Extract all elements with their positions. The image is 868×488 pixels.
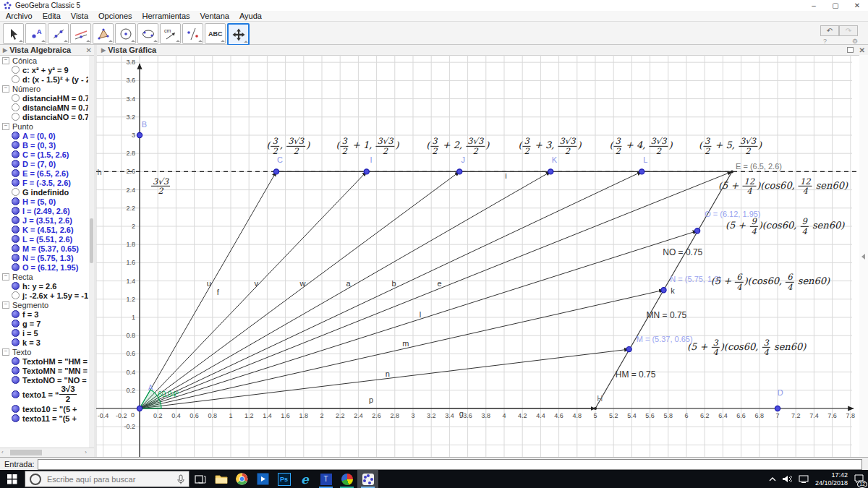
algebra-category[interactable]: −Cónica [0, 56, 88, 65]
visibility-marble[interactable] [12, 282, 20, 290]
panel-collapse-icon[interactable]: ▶ [101, 47, 106, 53]
algebra-object-row[interactable]: L = (5.51, 2.6) [0, 234, 88, 244]
taskbar-search-box[interactable] [25, 471, 190, 487]
algebra-category[interactable]: −Texto [0, 347, 88, 356]
algebra-vertical-scrollbar[interactable] [89, 56, 94, 448]
close-button[interactable]: ✕ [846, 0, 868, 11]
visibility-marble[interactable] [12, 376, 20, 384]
visibility-marble[interactable] [12, 197, 20, 205]
undo-button[interactable]: ↶ [820, 25, 839, 36]
clock[interactable]: 17:42 24/10/2018 [815, 471, 848, 487]
visibility-marble[interactable] [12, 226, 20, 234]
visibility-marble[interactable] [12, 320, 20, 328]
scroll-left-icon[interactable]: ‹ [1, 449, 4, 455]
algebra-object-row[interactable]: D = (7, 0) [0, 159, 88, 168]
graph-point-B[interactable] [137, 132, 142, 137]
start-button[interactable] [0, 470, 25, 488]
menu-item-herramientas[interactable]: Herramientas [142, 12, 190, 20]
collapse-right-icon[interactable] [861, 254, 865, 260]
algebra-object-row[interactable]: texto11 = "(5 + [0, 414, 88, 423]
parallel-line-tool[interactable] [70, 23, 91, 44]
algebra-object-row[interactable]: texto10 = "(5 + [0, 404, 88, 414]
visibility-marble[interactable] [12, 338, 20, 346]
visibility-marble[interactable] [12, 75, 20, 83]
visibility-marble[interactable] [12, 367, 20, 374]
algebra-object-row[interactable]: distanciaHM = 0.75 [0, 93, 88, 103]
visibility-marble[interactable] [12, 207, 20, 215]
graphics-canvas[interactable]: -0.4-0.20.20.40.60.811.21.41.61.822.22.4… [96, 55, 859, 457]
visibility-marble[interactable] [12, 94, 20, 102]
menu-item-edita[interactable]: Edita [43, 12, 61, 20]
visibility-marble[interactable] [12, 329, 20, 337]
visibility-marble[interactable] [12, 310, 20, 318]
graph-point-L[interactable] [639, 169, 644, 174]
graph-point-M[interactable] [626, 347, 631, 352]
graph-point-K[interactable] [548, 169, 553, 174]
move-tool[interactable] [3, 23, 24, 44]
algebra-object-row[interactable]: A = (0, 0) [0, 131, 88, 140]
algebra-object-row[interactable]: f = 3 [0, 309, 88, 319]
algebra-object-row[interactable]: F = (-3.5, 2.6) [0, 178, 88, 187]
graphics-close-icon[interactable]: ✕ [859, 46, 865, 54]
visibility-marble[interactable] [12, 216, 20, 224]
visibility-marble[interactable] [12, 263, 20, 271]
algebra-object-row[interactable]: texto1 = “3√32 [0, 385, 88, 404]
polygon-tool[interactable] [93, 23, 114, 44]
algebra-object-row[interactable]: TextoMN = "MN = ( [0, 366, 88, 375]
conic-tool[interactable] [137, 23, 158, 44]
algebra-object-row[interactable]: TextoNO = "NO = ( [0, 375, 88, 385]
menu-item-opciones[interactable]: Opciones [98, 12, 132, 20]
internet-explorer-icon[interactable]: e [294, 470, 315, 488]
visibility-marble[interactable] [12, 291, 20, 299]
geogebra-taskbar-icon[interactable] [357, 470, 378, 488]
menu-item-archivo[interactable]: Archivo [6, 12, 33, 20]
help-icon[interactable]: ? [823, 38, 827, 45]
panel-collapse-icon[interactable]: ▶ [3, 47, 7, 53]
minimize-button[interactable]: – [803, 0, 825, 11]
graph-point-C[interactable] [273, 169, 278, 174]
settings-gear-icon[interactable]: ⚙ [852, 38, 858, 45]
visibility-marble[interactable] [12, 169, 20, 177]
visibility-marble[interactable] [12, 179, 20, 187]
algebra-object-row[interactable]: I = (2.49, 2.6) [0, 206, 88, 215]
measure-tool[interactable]: cm [160, 23, 181, 44]
algebra-object-row[interactable]: TextoHM = "HM = ( [0, 356, 88, 366]
menu-item-ayuda[interactable]: Ayuda [239, 12, 262, 20]
visibility-marble[interactable] [12, 405, 20, 413]
maximize-button[interactable]: ▢ [825, 0, 846, 11]
network-icon[interactable] [799, 475, 809, 483]
photoshop-icon[interactable]: Ps [273, 470, 294, 488]
algebra-object-row[interactable]: N = (5.75, 1.3) [0, 253, 88, 262]
graph-point-J[interactable] [457, 169, 462, 174]
tray-chevron-icon[interactable] [769, 476, 776, 482]
algebra-object-row[interactable]: g = 7 [0, 319, 88, 328]
menu-item-ventana[interactable]: Ventana [200, 12, 229, 20]
visibility-marble[interactable] [12, 390, 20, 398]
graph-point-D[interactable] [775, 406, 780, 411]
reflect-tool[interactable] [182, 23, 203, 44]
algebra-category[interactable]: −Recta [0, 272, 88, 281]
visibility-marble[interactable] [12, 141, 20, 149]
text-tool[interactable]: ABC [205, 23, 226, 44]
algebra-object-row[interactable]: H = (5, 0) [0, 197, 88, 206]
movies-tv-icon[interactable] [252, 470, 273, 488]
algebra-category[interactable]: −Punto [0, 121, 88, 131]
algebra-object-row[interactable]: k = 3 [0, 338, 88, 347]
scroll-right-icon[interactable]: › [85, 449, 87, 455]
graph-point-I[interactable] [364, 169, 369, 174]
algebra-category[interactable]: −Número [0, 84, 88, 93]
graph-point-E[interactable] [731, 170, 733, 173]
line-tool[interactable] [48, 23, 69, 44]
circle-tool[interactable] [115, 23, 136, 44]
unpin-window-icon[interactable] [847, 47, 854, 53]
visibility-marble[interactable] [12, 160, 20, 168]
visibility-marble[interactable] [12, 132, 20, 140]
algebra-object-row[interactable]: K = (4.51, 2.6) [0, 225, 88, 234]
algebra-category[interactable]: −Segmento [0, 300, 88, 309]
color-wheel-app-icon[interactable] [336, 470, 357, 488]
visibility-marble[interactable] [12, 113, 20, 121]
visibility-marble[interactable] [12, 66, 20, 74]
chrome-icon[interactable] [231, 470, 252, 488]
algebra-object-row[interactable]: distanciaNO = 0.75 [0, 112, 88, 121]
algebra-object-row[interactable]: c: x² + y² = 9 [0, 65, 88, 74]
